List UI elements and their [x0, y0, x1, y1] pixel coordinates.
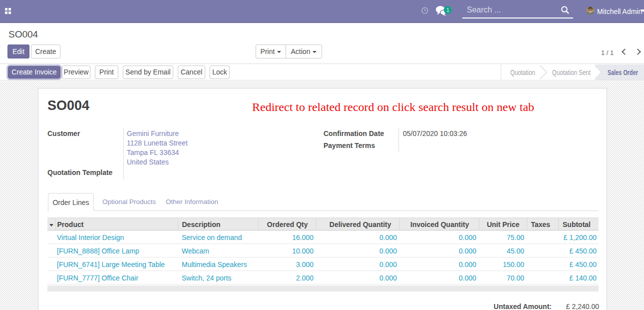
svg-text:Quotation Sent: Quotation Sent — [552, 68, 591, 76]
svg-text:Quotation: Quotation — [510, 68, 535, 76]
svg-text:Sales Order: Sales Order — [608, 68, 638, 76]
